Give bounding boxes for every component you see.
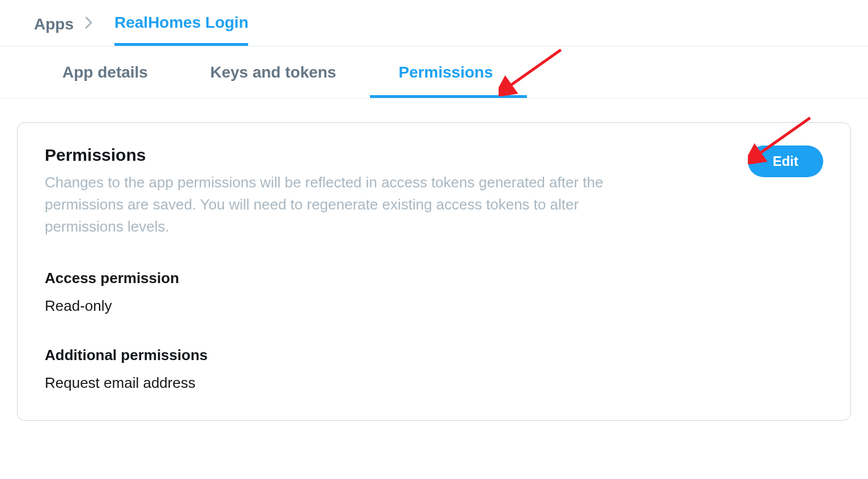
breadcrumb-current-app[interactable]: RealHomes Login [114, 14, 248, 46]
permissions-description: Changes to the app permissions will be r… [45, 172, 645, 238]
tab-keys-and-tokens[interactable]: Keys and tokens [182, 46, 371, 98]
tab-permissions[interactable]: Permissions [370, 46, 527, 98]
additional-permissions-value: Request email address [45, 374, 823, 392]
chevron-right-icon [85, 16, 93, 44]
tab-bar: App details Keys and tokens Permissions [0, 46, 868, 99]
additional-permissions-heading: Additional permissions [45, 347, 823, 364]
breadcrumb: Apps RealHomes Login [0, 0, 868, 46]
edit-button[interactable]: Edit [748, 146, 823, 177]
breadcrumb-apps-link[interactable]: Apps [34, 15, 74, 45]
access-permission-value: Read-only [45, 297, 823, 315]
access-permission-heading: Access permission [45, 270, 823, 287]
permissions-card: Permissions Changes to the app permissio… [17, 122, 851, 421]
permissions-title: Permissions [45, 146, 645, 165]
tab-app-details[interactable]: App details [34, 46, 182, 98]
